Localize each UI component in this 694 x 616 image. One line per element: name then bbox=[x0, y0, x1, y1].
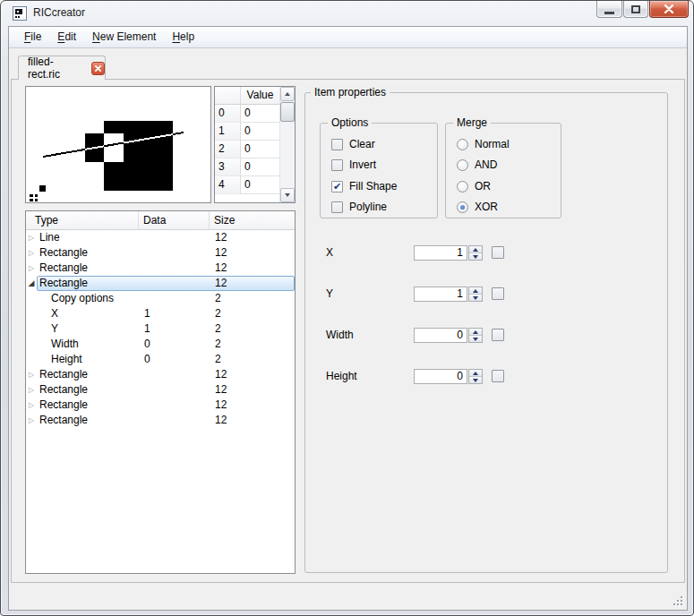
tab-close-button[interactable] bbox=[91, 62, 105, 75]
tree-row-line[interactable]: ▷Line12 bbox=[26, 230, 295, 245]
value-cell[interactable]: 0 bbox=[241, 176, 279, 194]
radio-and[interactable]: AND bbox=[457, 158, 497, 171]
preview-svg bbox=[26, 87, 210, 202]
tree-cell-size: 12 bbox=[210, 231, 294, 244]
spinbox-x[interactable]: 1 bbox=[414, 245, 467, 261]
value-column-header[interactable]: Value bbox=[241, 87, 279, 105]
tree-body: ▷Line12▷Rectangle12▷Rectangle12◢Rectangl… bbox=[26, 230, 295, 573]
tree-row-rectangle[interactable]: ▷Rectangle12 bbox=[26, 398, 295, 413]
collapsed-arrow-icon[interactable]: ▷ bbox=[26, 413, 37, 428]
field-row-x: X1 bbox=[326, 245, 514, 261]
radio-icon bbox=[457, 201, 468, 213]
spin-up-button[interactable] bbox=[469, 370, 482, 377]
collapsed-arrow-icon[interactable]: ▷ bbox=[26, 230, 37, 245]
tree-row-height[interactable]: Height02 bbox=[26, 352, 295, 367]
tree-cell-data: 1 bbox=[140, 322, 210, 336]
column-header-data[interactable]: Data bbox=[139, 211, 210, 230]
row-header-cell[interactable]: 1 bbox=[215, 123, 241, 141]
row-header-cell[interactable]: 2 bbox=[215, 141, 241, 158]
close-button[interactable] bbox=[649, 1, 689, 18]
field-checkbox[interactable] bbox=[492, 370, 504, 382]
checkbox-invert[interactable]: Invert bbox=[331, 158, 376, 171]
field-checkbox[interactable] bbox=[492, 329, 504, 341]
value-cell[interactable]: 0 bbox=[241, 123, 279, 141]
menu-item-edit[interactable]: Edit bbox=[49, 27, 84, 47]
expanded-arrow-icon[interactable]: ◢ bbox=[26, 276, 37, 291]
scroll-down-button[interactable] bbox=[280, 188, 295, 202]
value-cell[interactable]: 0 bbox=[241, 105, 279, 123]
arrow-up-icon bbox=[285, 92, 290, 96]
tree-row-rectangle[interactable]: ▷Rectangle12 bbox=[26, 367, 295, 382]
spinbox-width[interactable]: 0 bbox=[414, 328, 467, 343]
checkbox-label: Fill Shape bbox=[349, 180, 397, 192]
menu-item-new-element[interactable]: New Element bbox=[84, 27, 164, 47]
tree-cell-size: 12 bbox=[210, 261, 294, 275]
row-header-cell[interactable]: 4 bbox=[215, 176, 241, 194]
tab-label: filled-rect.ric bbox=[28, 56, 85, 81]
tree-row-rectangle[interactable]: ▷Rectangle12 bbox=[26, 382, 295, 398]
radio-normal[interactable]: Normal bbox=[457, 138, 510, 150]
value-cell[interactable]: 0 bbox=[241, 141, 279, 158]
tree-row-x[interactable]: X12 bbox=[26, 306, 295, 321]
checkbox-polyline[interactable]: Polyline bbox=[331, 201, 387, 213]
checkbox-icon bbox=[331, 159, 343, 171]
maximize-button[interactable] bbox=[623, 1, 648, 18]
preview-shape bbox=[35, 199, 38, 201]
collapsed-arrow-icon[interactable]: ▷ bbox=[26, 367, 37, 382]
collapsed-arrow-icon[interactable]: ▷ bbox=[26, 261, 37, 276]
value-table: Value 0010203040 bbox=[214, 86, 296, 203]
tree-row-rectangle[interactable]: ◢Rectangle12 bbox=[26, 276, 295, 291]
value-table-scrollbar[interactable] bbox=[279, 87, 295, 202]
field-checkbox[interactable] bbox=[492, 246, 504, 259]
resize-grip[interactable] bbox=[673, 596, 684, 607]
collapsed-arrow-icon[interactable]: ▷ bbox=[26, 382, 37, 398]
scrollbar-thumb[interactable] bbox=[280, 102, 295, 122]
tree-cell-size: 12 bbox=[210, 383, 294, 397]
checkbox-clear[interactable]: Clear bbox=[331, 138, 375, 150]
spin-up-button[interactable] bbox=[469, 329, 482, 336]
value-table-row: 10 bbox=[215, 123, 279, 141]
tree-cell-type: Line bbox=[38, 231, 140, 244]
menu-item-file[interactable]: File bbox=[16, 27, 49, 47]
tree-cell-size: 12 bbox=[210, 368, 294, 381]
column-header-size[interactable]: Size bbox=[210, 211, 295, 230]
minimize-button[interactable] bbox=[596, 1, 622, 18]
title-bar[interactable]: RICcreator bbox=[1, 1, 693, 26]
spin-up-button[interactable] bbox=[469, 246, 482, 253]
value-cell[interactable]: 0 bbox=[241, 158, 279, 176]
tree-row-rectangle[interactable]: ▷Rectangle12 bbox=[26, 261, 295, 276]
tree-row-rectangle[interactable]: ▷Rectangle12 bbox=[26, 245, 295, 261]
tree-row-y[interactable]: Y12 bbox=[26, 321, 295, 337]
scroll-up-button[interactable] bbox=[280, 87, 295, 101]
collapsed-arrow-icon[interactable]: ▷ bbox=[26, 398, 37, 413]
spin-down-button[interactable] bbox=[469, 295, 482, 301]
spin-down-button[interactable] bbox=[469, 336, 482, 342]
row-header-cell[interactable]: 3 bbox=[215, 158, 241, 176]
tree-row-rectangle[interactable]: ▷Rectangle12 bbox=[26, 413, 295, 428]
tree-cell-size: 12 bbox=[210, 398, 294, 412]
tab-close-icon bbox=[95, 65, 101, 72]
spin-up-button[interactable] bbox=[469, 287, 482, 295]
tab-filled-rect[interactable]: filled-rect.ric bbox=[18, 56, 106, 80]
row-header-cell[interactable]: 0 bbox=[215, 105, 241, 123]
field-checkbox[interactable] bbox=[492, 287, 504, 300]
field-label: Y bbox=[326, 287, 333, 300]
spinbox-height[interactable]: 0 bbox=[414, 369, 467, 384]
checkbox-label: Polyline bbox=[349, 201, 387, 213]
options-title: Options bbox=[328, 116, 372, 129]
spin-down-button[interactable] bbox=[469, 253, 482, 260]
radio-or[interactable]: OR bbox=[457, 180, 491, 192]
field-row-width: Width0 bbox=[326, 328, 514, 343]
tree-row-copy-options[interactable]: Copy options2 bbox=[26, 291, 295, 306]
menu-item-help[interactable]: Help bbox=[164, 27, 202, 47]
tree-cell-type: Rectangle bbox=[38, 414, 140, 427]
spinbox-y[interactable]: 1 bbox=[414, 287, 467, 302]
collapsed-arrow-icon[interactable]: ▷ bbox=[26, 245, 37, 261]
arrow-up-icon bbox=[473, 372, 478, 375]
tree-row-width[interactable]: Width02 bbox=[26, 337, 295, 352]
value-table-row: 40 bbox=[215, 176, 279, 194]
checkbox-fill-shape[interactable]: ✔Fill Shape bbox=[331, 180, 397, 192]
radio-xor[interactable]: XOR bbox=[457, 201, 498, 213]
spin-down-button[interactable] bbox=[469, 377, 482, 383]
column-header-type[interactable]: Type bbox=[26, 211, 139, 230]
